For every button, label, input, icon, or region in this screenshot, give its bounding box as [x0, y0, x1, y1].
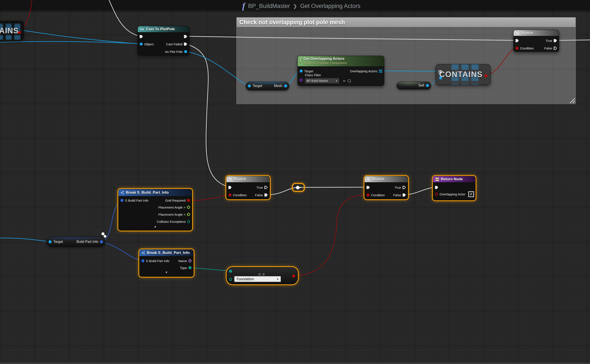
enum-input-pin-a[interactable]	[229, 270, 232, 273]
mesh-output-pin[interactable]	[284, 84, 287, 87]
blueprint-graph-canvas[interactable]: f BP_BuildMaster ❯ Get Overlapping Actor…	[0, 0, 590, 364]
array-contains-node[interactable]: CONTAINS	[436, 64, 491, 85]
branch-node-right[interactable]: Branch True Condition False	[364, 176, 408, 199]
cast-failed-exec-pin[interactable]	[184, 43, 187, 46]
branch-node-middle[interactable]: Branch True Condition False	[226, 176, 270, 199]
wire-exec-into-cast[interactable]	[109, 0, 140, 36]
expand-arrow[interactable]: ▼	[139, 271, 194, 274]
cast-to-plotpole-node[interactable]: Cast To PlotPole Object Cast Failed As P…	[137, 26, 189, 55]
condition-input-pin[interactable]	[228, 194, 231, 196]
bool-output-pin[interactable]	[18, 31, 21, 34]
wire-exec-false-to-return[interactable]	[405, 187, 435, 195]
wire-target-in-pill[interactable]	[0, 238, 49, 242]
false-exec-pin[interactable]	[554, 47, 557, 50]
true-exec-pin[interactable]	[265, 186, 268, 189]
wire-exec-branch-true-out[interactable]	[556, 40, 590, 40]
exec-in-pin[interactable]	[435, 186, 438, 189]
exec-out-pin[interactable]	[184, 35, 187, 38]
wire-gridrequired-to-condition[interactable]	[189, 195, 228, 200]
break-struct-node-1[interactable]: Break S_Build_Part_Info S Build Part Inf…	[118, 189, 192, 231]
wire-contains-to-branch-condition[interactable]	[486, 48, 516, 75]
true-exec-pin[interactable]	[403, 186, 406, 189]
break-struct-node-2[interactable]: Break S_Build_Part_Info S Build Part Inf…	[139, 249, 194, 277]
class-filter-dropdown[interactable]: BP Build Master ▼	[305, 78, 339, 84]
enum-input-pin-b[interactable]	[229, 278, 232, 281]
get-overlapping-actors-node[interactable]: f Get Overlapping Actors Target is Primi…	[298, 56, 384, 86]
contains-node-partial[interactable]: AINS	[0, 21, 24, 40]
chevron-down-icon: ▼	[336, 80, 338, 82]
wire-exec-cast-to-branch[interactable]	[186, 36, 517, 40]
node-subtitle: Target is Primitive Component	[303, 61, 346, 65]
target-input-pin[interactable]	[248, 84, 251, 87]
pin-label: False	[255, 193, 263, 197]
class-input-pin[interactable]	[300, 78, 303, 82]
placement-angle-lt-float-pin[interactable]	[187, 213, 190, 216]
breadcrumb-root[interactable]: BP_BuildMaster	[248, 3, 290, 9]
reroute-node[interactable]	[292, 183, 305, 192]
function-icon: f	[300, 57, 302, 62]
self-output-pin[interactable]	[426, 84, 429, 87]
node-title: AINS	[0, 26, 19, 35]
target-buildpartinfo-variable-node[interactable]: Target Build Part Info	[46, 237, 105, 247]
struct-input-pin[interactable]	[141, 259, 144, 262]
wire-object-in-1[interactable]	[0, 41, 141, 44]
branch-icon	[229, 178, 232, 181]
type-enum-output-pin[interactable]	[188, 266, 191, 269]
equal-enum-node[interactable]: == Foundation ▼	[227, 267, 298, 284]
pin-label: False	[544, 46, 552, 50]
object-input-pin[interactable]	[140, 43, 143, 46]
wire-equal-to-branch2-condition[interactable]	[294, 195, 367, 276]
false-exec-pin[interactable]	[403, 194, 406, 197]
reroute-knot[interactable]	[296, 186, 299, 189]
self-node[interactable]: Self	[396, 82, 431, 89]
return-icon	[435, 177, 439, 181]
array-input-pin[interactable]	[438, 70, 442, 73]
bool-output-pin[interactable]	[292, 275, 295, 278]
exec-in-pin[interactable]	[367, 186, 370, 189]
pin-label: Overlapping Actors	[350, 69, 377, 73]
overlapping-actor-bool-pin[interactable]	[435, 193, 438, 195]
branch-node-top[interactable]: Branch True Condition False	[513, 30, 559, 52]
placement-angle-gt-float-pin[interactable]	[187, 206, 190, 209]
pin-label: True	[546, 39, 552, 43]
breadcrumb-current[interactable]: Get Overlapping Actors	[300, 3, 360, 9]
collapse-arrow[interactable]: ▲	[118, 225, 192, 228]
false-exec-pin[interactable]	[265, 194, 268, 197]
struct-input-pin[interactable]	[120, 199, 123, 202]
item-input-pin[interactable]	[439, 76, 442, 79]
as-plot-pole-output-pin[interactable]	[184, 50, 187, 53]
bool-output-pin[interactable]	[484, 74, 487, 77]
pin-label: S Build Part Info	[125, 199, 148, 202]
exec-in-pin[interactable]	[228, 186, 232, 189]
wire-exec-false-to-branch2[interactable]	[266, 187, 367, 195]
array-struct-pin[interactable]: {}	[187, 220, 190, 223]
target-mesh-variable-node[interactable]: Target Mesh	[246, 82, 289, 90]
wire-exec-castfailed-to-branch[interactable]	[186, 44, 230, 187]
condition-input-pin[interactable]	[516, 47, 519, 50]
cursor-dot	[102, 232, 104, 235]
breadcrumb: f BP_BuildMaster ❯ Get Overlapping Actor…	[242, 2, 360, 10]
bool-checkbox[interactable]: ✓	[468, 191, 474, 197]
grid-required-bool-pin[interactable]	[187, 199, 190, 202]
condition-input-pin[interactable]	[367, 194, 370, 196]
return-node[interactable]: Return Node Overlapping Actor ✓	[433, 176, 476, 200]
pin-label: Condition	[520, 46, 534, 50]
cast-icon	[140, 28, 144, 30]
pin-label: Target	[304, 69, 313, 73]
true-exec-pin[interactable]	[554, 39, 557, 42]
search-icon[interactable]	[348, 79, 351, 83]
wire-type-to-equal[interactable]	[190, 267, 229, 271]
target-input-pin[interactable]	[49, 240, 52, 243]
wire-buildpartinfo-to-break2[interactable]	[102, 242, 141, 260]
array-output-pin[interactable]	[379, 70, 382, 73]
exec-in-pin[interactable]	[516, 39, 519, 42]
exec-in-pin[interactable]	[140, 35, 143, 38]
enum-value-dropdown[interactable]: Foundation ▼	[234, 276, 281, 282]
target-input-pin[interactable]	[300, 70, 303, 72]
navigate-to-class-icon[interactable]	[342, 80, 345, 82]
wire-asplotpole-to-target[interactable]	[186, 51, 247, 85]
wire-overlapping-to-contains[interactable]	[381, 71, 439, 71]
name-output-pin[interactable]	[188, 259, 191, 262]
build-part-info-output-pin[interactable]	[100, 240, 103, 243]
pin-label: True	[395, 186, 401, 189]
